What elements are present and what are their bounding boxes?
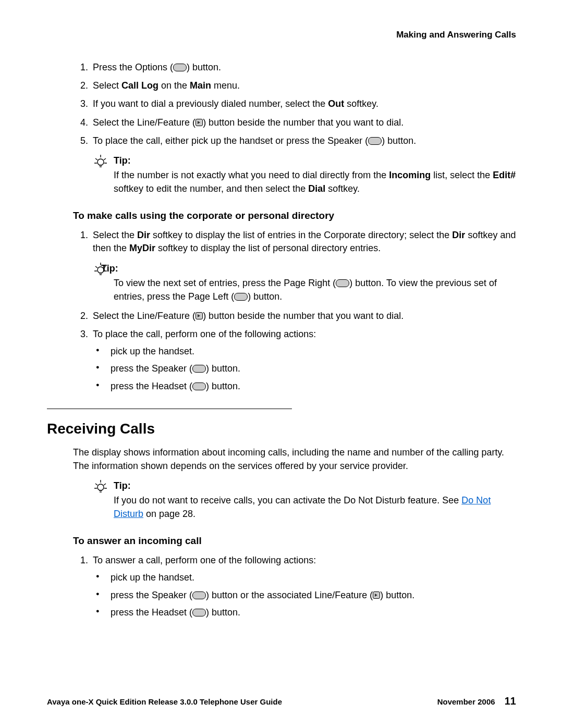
- headset-button-icon: [192, 382, 206, 390]
- options-button-icon: [173, 64, 187, 71]
- page-footer: Avaya one-X Quick Edition Release 3.0.0 …: [47, 695, 516, 707]
- headset-button-icon: [192, 609, 206, 616]
- dir-step-2: 2.Select the Line/Feature () button besi…: [73, 310, 516, 323]
- line-feature-button-icon: [373, 591, 380, 599]
- dir-step-3: 3.To place the call, perform one of the …: [73, 328, 516, 393]
- bullet-headset: press the Headset () button.: [108, 606, 516, 619]
- tip-block-3: Tip: If you do not want to receive calls…: [93, 479, 516, 521]
- tip-label: Tip:: [114, 479, 516, 492]
- svg-point-0: [97, 159, 104, 165]
- step-5: 5.To place the call, either pick up the …: [73, 134, 516, 147]
- page-header: Making and Answering Calls: [47, 30, 516, 40]
- ans-step-1: 1.To answer a call, perform one of the f…: [73, 554, 516, 619]
- bullet-speaker: press the Speaker () button or the assoc…: [108, 589, 516, 602]
- document-page: Making and Answering Calls 1.Press the O…: [0, 0, 563, 728]
- tip-block-2: Tip: To view the next set of entries, pr…: [93, 262, 516, 303]
- speaker-button-icon: [192, 365, 206, 373]
- heading-receiving-calls: Receiving Calls: [47, 421, 516, 437]
- section-divider: [47, 409, 292, 409]
- subheading-answer-call: To answer an incoming call: [73, 535, 516, 547]
- step-2: 2.Select Call Log on the Main menu.: [73, 79, 516, 92]
- subheading-directory: To make calls using the corporate or per…: [73, 210, 516, 221]
- step-4: 4.Select the Line/Feature () button besi…: [73, 116, 516, 129]
- footer-doc-title: Avaya one-X Quick Edition Release 3.0.0 …: [47, 697, 282, 706]
- footer-page-number: 11: [505, 695, 516, 707]
- footer-date: November 2006: [437, 697, 495, 706]
- page-right-button-icon: [336, 279, 349, 287]
- bullet-speaker: press the Speaker () button.: [108, 362, 516, 375]
- steps-list-directory: 1.Select the Dir softkey to display the …: [73, 229, 516, 393]
- lightbulb-icon: [93, 262, 108, 277]
- ans-step-1-bullets: pick up the handset. press the Speaker (…: [93, 571, 516, 619]
- steps-list-1: 1.Press the Options () button. 2.Select …: [73, 61, 516, 147]
- lightbulb-icon: [93, 479, 108, 495]
- svg-point-2: [97, 484, 104, 490]
- dir-step-3-bullets: pick up the handset. press the Speaker (…: [93, 345, 516, 393]
- step-3: 3.If you want to dial a previously diale…: [73, 97, 516, 110]
- bullet-handset: pick up the handset.: [108, 571, 516, 584]
- step-1: 1.Press the Options () button.: [73, 61, 516, 74]
- tip-label: Tip:: [114, 154, 516, 167]
- speaker-button-icon: [192, 591, 206, 599]
- line-feature-button-icon: [195, 312, 203, 319]
- dir-step-1: 1.Select the Dir softkey to display the …: [73, 229, 516, 303]
- steps-list-answer: 1.To answer a call, perform one of the f…: [73, 554, 516, 619]
- svg-point-1: [97, 267, 104, 273]
- header-title: Making and Answering Calls: [396, 30, 516, 40]
- tip-label: Tip:: [114, 262, 516, 275]
- receiving-intro: The display shows information about inco…: [73, 446, 516, 473]
- lightbulb-icon: [93, 154, 108, 169]
- page-left-button-icon: [234, 293, 248, 301]
- tip-block-1: Tip: If the number is not exactly what y…: [93, 154, 516, 195]
- bullet-headset: press the Headset () button.: [108, 380, 516, 393]
- page-content: 1.Press the Options () button. 2.Select …: [47, 61, 516, 393]
- receiving-content: The display shows information about inco…: [47, 446, 516, 619]
- bullet-handset: pick up the handset.: [108, 345, 516, 358]
- footer-right: November 2006 11: [437, 695, 516, 707]
- line-feature-button-icon: [195, 119, 203, 126]
- speaker-button-icon: [368, 137, 382, 145]
